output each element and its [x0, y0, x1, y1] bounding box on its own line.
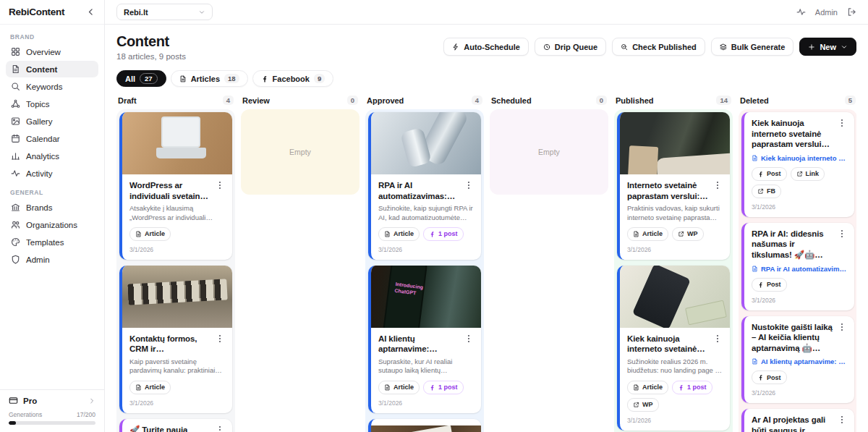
- card-title-row: Ar AI projektas gali būti saugus ir teis…: [752, 415, 847, 432]
- column-name: Scheduled: [491, 96, 532, 105]
- more-options-button[interactable]: [837, 415, 847, 425]
- badge-fb: FB: [752, 185, 781, 198]
- more-options-button[interactable]: [215, 180, 225, 190]
- badge-label: 1 post: [438, 230, 458, 237]
- new-button[interactable]: New: [799, 38, 856, 56]
- card-date: 3/1/2026: [378, 246, 474, 253]
- content-card[interactable]: Introducing ChatGPTAI klientų aptarnavim…: [368, 266, 481, 413]
- card-badges: Article1 post: [378, 381, 474, 394]
- sidebar-item-calendar[interactable]: Calendar: [6, 130, 98, 147]
- card-image: [122, 266, 232, 328]
- sidebar-item-templates[interactable]: Templates: [6, 234, 98, 250]
- more-options-button[interactable]: [712, 334, 723, 344]
- sidebar-item-gallery[interactable]: Gallery: [6, 113, 98, 130]
- searchcheck-icon: [621, 43, 628, 51]
- sidebar-item-label: Topics: [26, 100, 50, 109]
- card-source-link-label: RPA ir AI automatizavimas: kaip sujungti…: [761, 265, 847, 273]
- file-icon: [384, 231, 391, 237]
- card-date: 3/1/2026: [627, 246, 723, 253]
- sidebar-item-analytics[interactable]: Analytics: [6, 148, 98, 164]
- sidebar-item-topics[interactable]: Topics: [6, 96, 98, 112]
- more-options-button[interactable]: [215, 334, 225, 344]
- topbar: Rebi.lt Admin: [105, 0, 868, 25]
- more-options-button[interactable]: [712, 180, 723, 190]
- brand-selector[interactable]: Rebi.lt: [116, 4, 213, 20]
- content-card[interactable]: Interneto svetainė paprastam verslui: nu…: [617, 112, 730, 260]
- content-card[interactable]: 🚀 Turite naują svetainę? Paverskite ją u…: [119, 419, 232, 432]
- card-body: Kiek kainuoja interneto svetainė paprast…: [744, 112, 854, 217]
- badge-label: 1 post: [438, 384, 458, 391]
- more-options-button[interactable]: [837, 322, 847, 332]
- more-options-button[interactable]: [215, 425, 225, 432]
- facebook-icon: [678, 384, 684, 391]
- sidebar-item-overview[interactable]: Overview: [6, 43, 98, 60]
- content-card[interactable]: Ar AI projektas gali būti saugus ir teis…: [741, 409, 854, 432]
- sidebar-item-label: Templates: [26, 238, 64, 247]
- drip-queue-button[interactable]: Drip Queue: [535, 38, 606, 56]
- column-name: Approved: [367, 96, 404, 105]
- content-card[interactable]: Kiek kainuoja interneto svetainė paprast…: [741, 112, 854, 217]
- sidebar-item-activity[interactable]: Activity: [6, 165, 98, 182]
- sidebar-item-keywords[interactable]: Keywords: [6, 78, 98, 95]
- sidebar-item-organizations[interactable]: Organizations: [6, 216, 98, 233]
- content-card[interactable]: Kiek kainuoja interneto svetainė paprast…: [617, 266, 730, 431]
- sidebar-item-admin[interactable]: Admin: [6, 251, 98, 268]
- user-menu[interactable]: Admin: [815, 8, 838, 17]
- more-options-button[interactable]: [464, 334, 474, 344]
- file-icon: [11, 64, 20, 74]
- column-body: Interneto svetainė paprastam verslui: nu…: [614, 109, 733, 432]
- sidebar-item-label: Gallery: [26, 117, 52, 126]
- layers-icon: [720, 43, 727, 51]
- check-published-button[interactable]: Check Published: [612, 38, 705, 56]
- card-source-link[interactable]: RPA ir AI automatizavimas: kaip sujungti…: [752, 265, 847, 273]
- empty-placeholder: Empty: [289, 148, 311, 156]
- tab-articles[interactable]: Articles18: [171, 70, 248, 87]
- card-badges: Article1 post: [378, 227, 474, 241]
- card-body: RPA ir AI automatizavimas: kaip sujungti…: [371, 174, 481, 260]
- sidebar-item-content[interactable]: Content: [6, 61, 98, 77]
- column-header: Approved4: [365, 96, 484, 109]
- content-card[interactable]: Nustokite gaišti laiką – AI keičia klien…: [741, 316, 854, 404]
- card-title: 🚀 Turite naują svetainę? Paverskite ją u…: [129, 425, 212, 432]
- bulk-generate-button[interactable]: Bulk Generate: [711, 38, 794, 56]
- sidebar: RebiContent BRANDOverviewContentKeywords…: [0, 0, 105, 432]
- card-title-row: Kiek kainuoja interneto svetainė paprast…: [627, 334, 723, 355]
- card-title: Kiek kainuoja interneto svetainė paprast…: [752, 118, 834, 150]
- logout-icon[interactable]: [847, 7, 856, 17]
- card-description: Kaip paversti svetainę pardavimų kanalu:…: [129, 357, 225, 376]
- search-icon: [11, 82, 20, 91]
- tab-facebook[interactable]: Facebook9: [252, 70, 334, 87]
- pro-upgrade-button[interactable]: Pro: [9, 396, 95, 405]
- content-card[interactable]: AI ETHICS: [368, 419, 481, 432]
- file-icon: [752, 358, 758, 365]
- more-options-button[interactable]: [837, 229, 847, 239]
- content-card[interactable]: RPA ir AI: didesnis našumas ir tikslumas…: [741, 223, 854, 310]
- badge-label: 1 post: [687, 384, 707, 391]
- file-icon: [633, 231, 639, 237]
- card-badges: ArticleWP: [627, 227, 723, 241]
- sidebar-collapse-button[interactable]: [86, 7, 95, 17]
- badge-label: WP: [642, 401, 653, 408]
- card-source-link[interactable]: AI klientų aptarnavime: chatbot'ai, agen…: [752, 357, 847, 365]
- more-options-button[interactable]: [464, 180, 474, 190]
- sidebar-item-brands[interactable]: Brands: [6, 199, 98, 216]
- pro-label: Pro: [23, 397, 37, 405]
- card-title-row: Interneto svetainė paprastam verslui: nu…: [627, 180, 723, 201]
- content-card[interactable]: WordPress ar individuali svetainė? Kaip …: [119, 112, 232, 260]
- card-title-row: WordPress ar individuali svetainė? Kaip …: [129, 180, 225, 201]
- more-options-button[interactable]: [837, 118, 847, 128]
- auto-schedule-button[interactable]: Auto-Schedule: [443, 38, 529, 56]
- content-card[interactable]: RPA ir AI automatizavimas: kaip sujungti…: [368, 112, 481, 260]
- badge-1-post: 1 post: [672, 381, 712, 394]
- badge-label: Link: [806, 170, 820, 177]
- activity-icon[interactable]: [796, 7, 806, 17]
- card-source-link-label: Kiek kainuoja interneto svetainė paprast…: [761, 154, 847, 162]
- card-source-link[interactable]: Kiek kainuoja interneto svetainė paprast…: [752, 154, 847, 162]
- column-body: Empty: [490, 109, 608, 195]
- content-card[interactable]: Kontaktų formos, CRM ir automatizavimas:…: [119, 266, 232, 413]
- tab-all[interactable]: All27: [116, 70, 166, 87]
- button-label: Auto-Schedule: [464, 43, 520, 51]
- badge-label: Article: [642, 230, 663, 237]
- badge-1-post: 1 post: [423, 227, 464, 241]
- column-header: Review0: [241, 96, 359, 109]
